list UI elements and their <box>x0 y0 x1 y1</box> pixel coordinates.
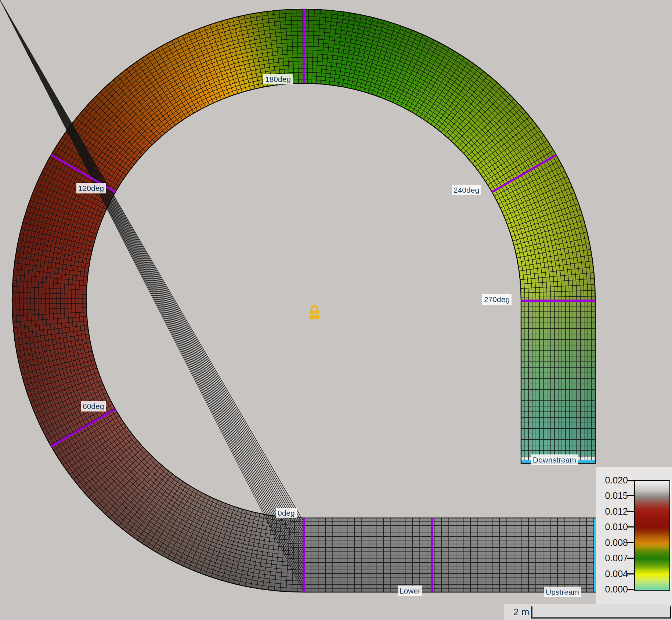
legend-tick-mark <box>627 558 634 559</box>
legend-tick-label: 0.012 <box>596 507 628 516</box>
legend-colorbar <box>634 480 670 591</box>
legend-tick-label: 0.004 <box>596 569 628 579</box>
section-label-deg60: 60deg <box>81 401 106 411</box>
legend-tick-mark <box>627 589 634 590</box>
mesh-canvas[interactable] <box>0 0 672 620</box>
lock-shackle <box>311 306 317 311</box>
legend-tick-label: 0.007 <box>596 553 628 563</box>
scalebar-label: 2 m <box>513 606 529 618</box>
scalebar-panel: 2 m <box>504 604 672 620</box>
section-label-upstream: Upstream <box>544 587 581 597</box>
mesh-viewport[interactable]: 180deg120deg60deg0deg240deg270degLowerUp… <box>0 0 672 620</box>
legend-tick-mark <box>627 495 634 496</box>
legend-tick-label: 0.010 <box>596 522 628 532</box>
lock-icon[interactable] <box>309 305 319 320</box>
section-label-deg0: 0deg <box>276 508 297 518</box>
legend-tick-mark <box>627 480 634 481</box>
section-label-deg240: 240deg <box>452 185 481 195</box>
legend-tick-mark <box>627 526 634 527</box>
scalebar-bracket <box>531 606 671 619</box>
legend-panel: 0.0200.0150.0120.0100.0080.0070.0040.000 <box>596 467 672 604</box>
legend-tick-mark <box>627 542 634 543</box>
legend-tick-label: 0.020 <box>596 475 628 485</box>
section-label-downstream: Downstream <box>531 454 578 465</box>
legend-tick-label: 0.000 <box>596 584 628 594</box>
legend-tick-mark <box>627 511 634 512</box>
section-label-deg180: 180deg <box>263 74 293 84</box>
section-label-deg270: 270deg <box>482 294 512 305</box>
legend-tick-label: 0.008 <box>596 538 628 547</box>
section-label-deg120: 120deg <box>76 183 106 193</box>
section-label-lower: Lower <box>398 585 422 596</box>
legend-tick-label: 0.015 <box>596 491 628 500</box>
legend-tick-mark <box>627 573 634 574</box>
